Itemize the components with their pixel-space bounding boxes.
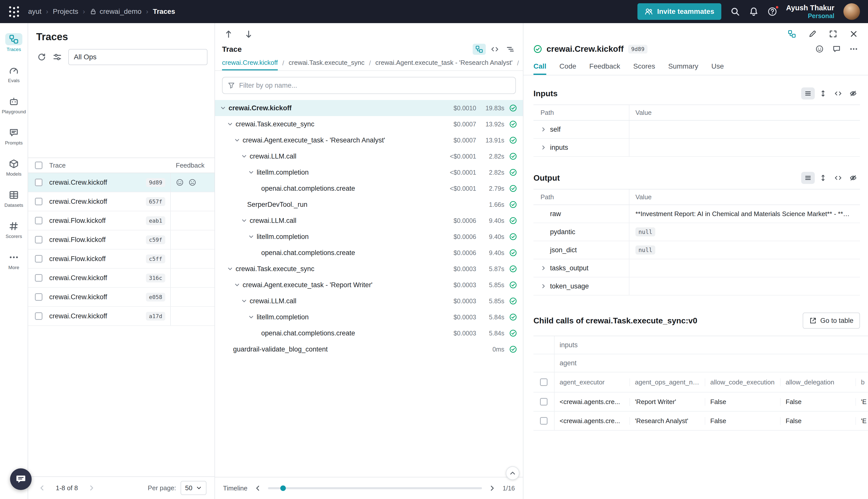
trace-column-header[interactable]: Trace bbox=[49, 161, 170, 169]
chevron-down-icon[interactable] bbox=[248, 234, 257, 240]
kv-row[interactable]: json_dict null bbox=[533, 241, 860, 259]
trace-tree-row[interactable]: crewai.Agent.execute_task - 'Report Writ… bbox=[215, 277, 523, 293]
code-view-icon[interactable] bbox=[488, 44, 501, 55]
sidebar-item-datasets[interactable]: Datasets bbox=[0, 183, 28, 214]
prev-trace-icon[interactable] bbox=[224, 30, 233, 39]
table-row[interactable]: crewai.Crew.kickoffe058 bbox=[28, 288, 214, 307]
code-view-icon[interactable] bbox=[831, 87, 845, 99]
ops-filter-select[interactable]: All Ops bbox=[68, 49, 208, 65]
kv-row[interactable]: token_usage bbox=[533, 277, 860, 295]
tab-feedback[interactable]: Feedback bbox=[589, 59, 620, 75]
chevron-right-icon[interactable] bbox=[541, 126, 546, 132]
row-checkbox[interactable] bbox=[35, 179, 42, 186]
trace-tree-row[interactable]: crewai.Crew.kickoff $0.0010 19.83s bbox=[215, 100, 523, 116]
frowny-feedback-icon[interactable] bbox=[188, 179, 196, 186]
trace-tree-row[interactable]: openai.chat.completions.create <$0.0001 … bbox=[215, 180, 523, 196]
breadcrumb-team[interactable]: ayut bbox=[28, 8, 41, 15]
chevron-down-icon[interactable] bbox=[227, 266, 236, 272]
table-row[interactable]: crewai.Crew.kickoff657f bbox=[28, 192, 214, 211]
column-settings-icon[interactable] bbox=[53, 52, 62, 62]
kv-row[interactable]: self bbox=[533, 121, 860, 139]
timeline-prev-icon[interactable] bbox=[254, 484, 261, 492]
op-crumb[interactable]: crewai.Agent.execute_task - 'Research An… bbox=[375, 56, 512, 70]
tab-use[interactable]: Use bbox=[711, 59, 724, 75]
chevron-right-icon[interactable] bbox=[541, 145, 546, 150]
avatar[interactable] bbox=[843, 3, 860, 20]
search-icon[interactable] bbox=[730, 7, 740, 16]
go-to-table-button[interactable]: Go to table bbox=[803, 313, 860, 329]
trace-tree-row[interactable]: crewai.LLM.call <$0.0001 2.82s bbox=[215, 148, 523, 164]
kv-row[interactable]: inputs bbox=[533, 139, 860, 157]
table-row[interactable]: crewai.Crew.kickoff316c bbox=[28, 269, 214, 288]
trace-tree-row[interactable]: crewai.LLM.call $0.0003 5.85s bbox=[215, 293, 523, 309]
sidebar-item-playground[interactable]: Playground bbox=[0, 89, 28, 121]
column-header[interactable]: allow_delegation bbox=[781, 378, 856, 386]
kv-row[interactable]: tasks_output bbox=[533, 259, 860, 277]
user-menu[interactable]: Ayush Thakur Personal bbox=[786, 3, 834, 20]
comment-icon[interactable] bbox=[832, 45, 841, 53]
next-page-icon[interactable] bbox=[88, 484, 96, 492]
trace-tree-row[interactable]: openai.chat.completions.create $0.0003 5… bbox=[215, 325, 523, 341]
chevron-down-icon[interactable] bbox=[241, 218, 250, 223]
next-trace-icon[interactable] bbox=[244, 30, 253, 39]
sidebar-item-prompts[interactable]: Prompts bbox=[0, 121, 28, 152]
chevron-right-icon[interactable] bbox=[541, 283, 546, 289]
table-row[interactable]: crewai.Crew.kickoffa17d bbox=[28, 307, 214, 326]
row-checkbox[interactable] bbox=[540, 417, 547, 425]
row-checkbox[interactable] bbox=[35, 293, 42, 301]
tab-call[interactable]: Call bbox=[533, 59, 546, 75]
smiley-feedback-icon[interactable] bbox=[815, 45, 824, 53]
trace-tree-row[interactable]: crewai.Agent.execute_task - 'Research An… bbox=[215, 132, 523, 148]
table-row[interactable]: crewai.Flow.kickoffc5ff bbox=[28, 250, 214, 269]
sidebar-item-scorers[interactable]: Scorers bbox=[0, 214, 28, 245]
code-view-icon[interactable] bbox=[831, 172, 845, 184]
per-page-select[interactable]: 50 bbox=[181, 481, 207, 495]
refresh-icon[interactable] bbox=[37, 52, 46, 62]
row-checkbox[interactable] bbox=[35, 274, 42, 282]
trace-tree-row[interactable]: crewai.Task.execute_sync $0.0003 5.87s bbox=[215, 261, 523, 277]
fullscreen-icon[interactable] bbox=[829, 30, 838, 38]
list-view-icon[interactable] bbox=[801, 172, 815, 184]
invite-teammates-button[interactable]: Invite teammates bbox=[637, 3, 721, 20]
row-checkbox[interactable] bbox=[540, 398, 547, 405]
trace-tree-row[interactable]: SerperDevTool._run 1.66s bbox=[215, 196, 523, 212]
table-row[interactable]: <crewai.agents.cre... 'Report Writer' Fa… bbox=[533, 392, 868, 412]
trace-tree-row[interactable]: crewai.LLM.call $0.0006 9.40s bbox=[215, 212, 523, 229]
sidebar-item-traces[interactable]: Traces bbox=[0, 27, 28, 58]
chevron-right-icon[interactable] bbox=[541, 265, 546, 271]
chevron-down-icon[interactable] bbox=[220, 105, 228, 111]
trace-tree-row[interactable]: guardrail-validate_blog_content 0ms bbox=[215, 341, 523, 357]
chat-bubble-button[interactable] bbox=[10, 468, 32, 490]
table-row[interactable]: crewai.Flow.kickoffc59f bbox=[28, 230, 214, 250]
op-name-filter-input[interactable] bbox=[239, 82, 510, 89]
overflow-menu-icon[interactable] bbox=[850, 45, 858, 53]
column-header[interactable]: b bbox=[856, 378, 868, 386]
row-checkbox[interactable] bbox=[35, 236, 42, 243]
chevron-down-icon[interactable] bbox=[227, 121, 236, 127]
table-row[interactable]: crewai.Flow.kickoffeab1 bbox=[28, 211, 214, 230]
flame-view-icon[interactable] bbox=[504, 44, 517, 55]
bell-icon[interactable] bbox=[749, 7, 758, 16]
expand-rows-icon[interactable] bbox=[816, 172, 830, 184]
breadcrumb-projects[interactable]: Projects bbox=[53, 8, 78, 15]
select-all-checkbox[interactable] bbox=[35, 161, 42, 169]
sidebar-item-more[interactable]: More bbox=[0, 245, 28, 276]
sidebar-item-models[interactable]: Models bbox=[0, 152, 28, 183]
row-checkbox[interactable] bbox=[35, 198, 42, 205]
chevron-down-icon[interactable] bbox=[234, 137, 243, 143]
smiley-feedback-icon[interactable] bbox=[176, 179, 184, 186]
trace-tree-row[interactable]: crewai.Task.execute_sync $0.0007 13.92s bbox=[215, 116, 523, 132]
chevron-down-icon[interactable] bbox=[241, 298, 250, 304]
timeline-slider[interactable] bbox=[268, 487, 482, 489]
column-header[interactable]: agent_ops_agent_nan bbox=[630, 378, 705, 386]
column-header[interactable]: agent_executor bbox=[555, 378, 630, 386]
column-header[interactable]: allow_code_execution bbox=[705, 378, 781, 386]
table-row[interactable]: crewai.Crew.kickoff9d89 bbox=[28, 173, 214, 192]
chevron-down-icon[interactable] bbox=[234, 282, 243, 288]
wandb-logo[interactable] bbox=[5, 2, 23, 21]
trace-tree-row[interactable]: litellm.completion $0.0003 5.84s bbox=[215, 309, 523, 325]
prev-page-icon[interactable] bbox=[38, 484, 46, 492]
table-row[interactable]: <crewai.agents.cre... 'Research Analyst'… bbox=[533, 412, 868, 431]
tab-code[interactable]: Code bbox=[559, 59, 576, 75]
timeline-slider-knob[interactable] bbox=[280, 485, 286, 491]
